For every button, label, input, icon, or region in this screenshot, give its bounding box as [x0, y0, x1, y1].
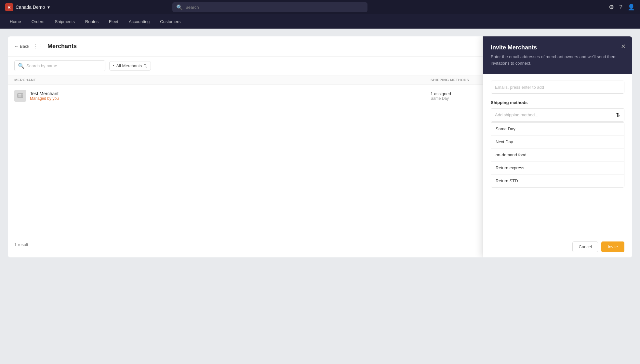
back-label: Back	[20, 44, 29, 49]
brand-logo: R	[5, 3, 13, 11]
help-icon[interactable]: ?	[619, 4, 622, 11]
search-input-wrap: 🔍	[172, 2, 367, 12]
nav-item-routes[interactable]: Routes	[81, 17, 103, 26]
search-input[interactable]	[185, 5, 364, 10]
invite-description: Enter the email addresses of merchant ow…	[491, 54, 624, 66]
merchants-panel: ← Back ⋮⋮ Merchants + Invite Merchants 🔍…	[8, 36, 632, 257]
all-merchants-filter[interactable]: • All Merchants ⇅	[109, 61, 151, 71]
invite-body: Shipping methods Add shipping method... …	[483, 74, 632, 236]
nav-item-home[interactable]: Home	[5, 17, 26, 26]
merchant-name: Test Merchant	[30, 91, 59, 96]
topbar-icons: ⚙ ? 👤	[609, 4, 635, 11]
close-invite-button[interactable]: ✕	[621, 43, 626, 50]
results-count: 1 result	[8, 238, 35, 251]
back-button[interactable]: ← Back	[14, 44, 29, 49]
shipping-methods-label: Shipping methods	[491, 100, 624, 105]
back-arrow-icon: ←	[14, 44, 19, 49]
svg-rect-0	[18, 94, 23, 98]
shipping-select-chevron-icon: ⇅	[616, 112, 620, 118]
email-input-wrap	[491, 81, 624, 94]
all-merchants-label: All Merchants	[116, 63, 142, 68]
shipping-select-placeholder: Add shipping method...	[495, 112, 538, 117]
shipping-option-return-std[interactable]: Return STD	[491, 175, 624, 187]
shipping-option-return-express[interactable]: Return express	[491, 162, 624, 175]
shipping-option-on-demand-food[interactable]: on-demand food	[491, 149, 624, 162]
cancel-button[interactable]: Cancel	[572, 241, 598, 252]
invite-panel: Invite Merchants Enter the email address…	[483, 36, 632, 257]
topbar: R Canada Demo ▾ 🔍 ⚙ ? 👤	[0, 0, 640, 14]
nav-item-accounting[interactable]: Accounting	[124, 17, 154, 26]
grid-icon[interactable]: ⋮⋮	[33, 43, 44, 49]
email-input[interactable]	[495, 85, 620, 90]
nav-item-customers[interactable]: Customers	[155, 17, 185, 26]
shipping-methods-dropdown: Same Day Next Day on-demand food Return …	[491, 122, 624, 188]
merchant-managed-label: Managed by you	[30, 96, 59, 101]
nav-item-orders[interactable]: Orders	[27, 17, 49, 26]
merchant-thumbnail	[14, 90, 26, 102]
th-merchant: MERCHANT	[14, 78, 431, 82]
invite-footer: Cancel Invite	[483, 236, 632, 257]
filter-chevron-icon: ⇅	[144, 63, 147, 68]
user-icon[interactable]: 👤	[628, 4, 635, 11]
global-search: 🔍	[172, 2, 367, 12]
brand-name: Canada Demo	[16, 5, 45, 10]
merchant-info: Test Merchant Managed by you	[30, 91, 59, 101]
nav-item-fleet[interactable]: Fleet	[104, 17, 123, 26]
shipping-option-next-day[interactable]: Next Day	[491, 136, 624, 149]
invite-submit-button[interactable]: Invite	[601, 241, 624, 252]
search-by-name-wrap: 🔍	[14, 60, 105, 71]
settings-icon[interactable]: ⚙	[609, 4, 614, 11]
add-shipping-method-select[interactable]: Add shipping method... ⇅	[491, 108, 624, 122]
brand-logo-btn[interactable]: R Canada Demo ▾	[5, 3, 50, 11]
navbar: Home Orders Shipments Routes Fleet Accou…	[0, 14, 640, 29]
search-icon: 🔍	[176, 4, 183, 10]
merchant-cell: Test Merchant Managed by you	[14, 90, 431, 102]
search-by-name-input[interactable]	[26, 63, 102, 68]
brand-chevron-icon: ▾	[47, 5, 50, 10]
filter-dot-icon: •	[113, 63, 114, 68]
content-area: ← Back ⋮⋮ Merchants + Invite Merchants 🔍…	[0, 29, 640, 364]
panel-title: Merchants	[47, 43, 77, 50]
shipping-option-same-day[interactable]: Same Day	[491, 123, 624, 136]
nav-item-shipments[interactable]: Shipments	[50, 17, 79, 26]
invite-title: Invite Merchants	[491, 44, 624, 51]
search-by-name-icon: 🔍	[18, 63, 24, 69]
invite-header: Invite Merchants Enter the email address…	[483, 36, 632, 74]
